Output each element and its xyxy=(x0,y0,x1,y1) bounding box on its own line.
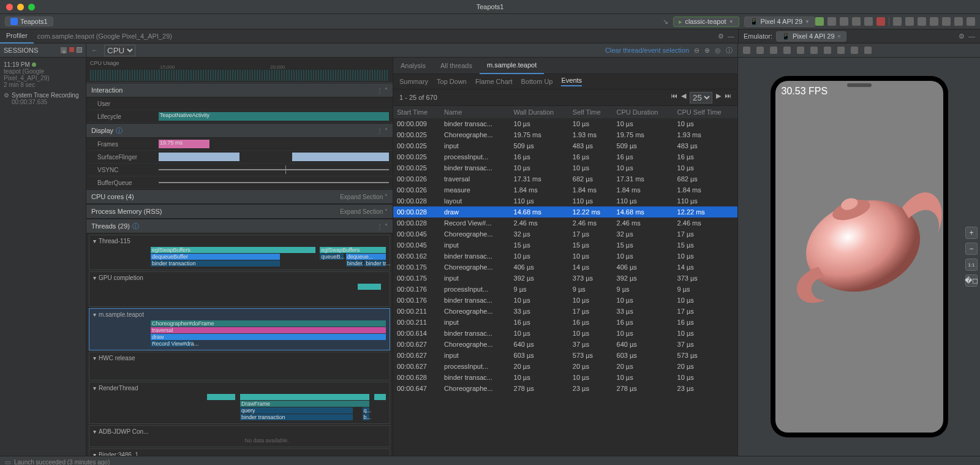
event-row[interactable]: 00:00.628binder transac...10 µs10 µs10 µ… xyxy=(393,372,737,383)
zoom-icon[interactable] xyxy=(28,4,35,10)
chevron-down-icon[interactable]: ▾ xyxy=(93,311,96,318)
lane-vsync[interactable]: VSYNC xyxy=(86,164,393,176)
thread-block[interactable]: ▾HWC release xyxy=(89,352,390,380)
cpu-usage-lane[interactable]: CPU Usage 15,000 20,000 xyxy=(86,58,393,83)
subtab-summary[interactable]: Summary xyxy=(399,78,428,85)
add-session-icon[interactable]: ＋ xyxy=(61,47,67,53)
thread-block[interactable]: ▾ADB-JDWP Con... No data available. xyxy=(89,425,390,447)
subtab-flame[interactable]: Flame Chart xyxy=(475,78,513,85)
close-icon[interactable] xyxy=(6,4,13,10)
interaction-header[interactable]: Interaction ⋮ ˄ xyxy=(86,83,393,97)
run-config-selector[interactable]: ▸ classic-teapot ▼ xyxy=(673,17,739,27)
chevron-down-icon[interactable]: ▾ xyxy=(93,428,96,435)
run-status-icon[interactable]: ▭ xyxy=(5,459,10,466)
thread-block[interactable]: ▾Binder:3486_1 No data available. xyxy=(89,448,390,456)
info-icon[interactable]: ⓘ xyxy=(132,222,139,231)
sync-icon[interactable]: ↘ xyxy=(663,18,668,26)
resource-icon[interactable] xyxy=(930,17,938,26)
run-icon[interactable] xyxy=(815,17,824,26)
screenshot-icon[interactable] xyxy=(851,47,858,54)
coverage-icon[interactable] xyxy=(852,17,861,26)
col-header[interactable]: Name xyxy=(440,106,510,118)
proc-mem-header[interactable]: Process Memory (RSS)Expand Section ˅ xyxy=(86,204,393,219)
threads-header[interactable]: Threads (29)ⓘ⋮ ˄ xyxy=(86,219,393,233)
collapse-icon[interactable]: ⋮ ˄ xyxy=(377,127,388,134)
window-controls[interactable] xyxy=(6,4,35,10)
chevron-down-icon[interactable]: ▾ xyxy=(93,452,96,456)
volume-down-icon[interactable] xyxy=(770,47,777,54)
col-header[interactable]: Wall Duration xyxy=(510,106,569,118)
rotate-left-icon[interactable] xyxy=(783,47,791,54)
back-icon[interactable]: ← xyxy=(91,47,98,54)
overview-nav-icon[interactable] xyxy=(837,47,845,54)
info-icon[interactable]: ⓘ xyxy=(116,126,123,135)
event-row[interactable]: 00:00.045Choreographe...32 µs17 µs32 µs1… xyxy=(393,229,737,240)
gear-icon[interactable]: ⚙ xyxy=(718,32,724,40)
event-row[interactable]: 00:00.627input603 µs573 µs603 µs573 µs xyxy=(393,350,737,361)
thread-block-selected[interactable]: ▾m.sample.teapot Choreographer#doFrame t… xyxy=(89,308,390,350)
subtab-bottomup[interactable]: Bottom Up xyxy=(521,78,553,85)
page-size-select[interactable]: 25 xyxy=(690,92,712,104)
profiler-tab[interactable]: Profiler xyxy=(0,29,34,43)
event-row[interactable]: 00:00.627Choreographe...640 µs37 µs640 µ… xyxy=(393,339,737,350)
minimize-icon[interactable] xyxy=(17,4,24,10)
event-row[interactable]: 00:00.647Choreographe...278 µs23 µs278 µ… xyxy=(393,383,737,394)
device-selector[interactable]: 📱 Pixel 4 API 29 ▼ xyxy=(744,17,815,27)
thread-block[interactable]: ▾GPU completion xyxy=(89,271,390,307)
minimize-panel-icon[interactable]: — xyxy=(728,32,734,40)
expand-link[interactable]: Expand Section xyxy=(340,194,383,200)
profiler-type-dropdown[interactable]: CPU xyxy=(104,45,135,56)
event-row[interactable]: 00:00.028draw14.68 ms12.22 ms14.68 ms12.… xyxy=(393,206,737,217)
page-next-icon[interactable]: ▶ xyxy=(716,92,721,104)
event-row[interactable]: 00:00.627processInput...20 µs20 µs20 µs2… xyxy=(393,361,737,372)
more-icon[interactable] xyxy=(864,47,872,54)
tab-thread[interactable]: m.sample.teapot xyxy=(480,57,544,74)
chevron-down-icon[interactable]: ▾ xyxy=(93,385,96,391)
event-row[interactable]: 00:00.026measure1.84 ms1.84 ms1.84 ms1.8… xyxy=(393,184,737,195)
event-row[interactable]: 00:00.025Choreographe...19.75 ms1.93 ms1… xyxy=(393,129,737,140)
zoom-fit-icon[interactable]: ◎ xyxy=(715,47,721,55)
chevron-down-icon[interactable]: ▾ xyxy=(93,238,96,244)
minimize-panel-icon[interactable]: — xyxy=(968,32,975,40)
gear-icon[interactable]: ⚙ xyxy=(4,92,9,105)
close-tab-icon[interactable]: × xyxy=(837,32,841,40)
event-row[interactable]: 00:00.175Choreographe...406 µs14 µs406 µ… xyxy=(393,262,737,273)
thread-block[interactable]: ▾RenderThread DrawFrame queryq... binder… xyxy=(89,382,390,424)
device-screen[interactable]: 30.53 FPS xyxy=(775,81,943,433)
subtab-topdown[interactable]: Top Down xyxy=(437,78,467,85)
debug-icon[interactable] xyxy=(827,17,836,26)
zoom-1-1-button[interactable]: 1:1 xyxy=(965,259,978,271)
page-prev-icon[interactable]: ◀ xyxy=(681,92,686,104)
tab-analysis[interactable]: Analysis xyxy=(393,58,433,74)
events-table[interactable]: Start TimeNameWall DurationSelf TimeCPU … xyxy=(393,106,737,456)
col-header[interactable]: CPU Self Time xyxy=(674,106,737,118)
collapse-icon[interactable]: ⋮ ˄ xyxy=(377,87,388,94)
event-row[interactable]: 00:00.009binder transac...10 µs10 µs10 µ… xyxy=(393,118,737,129)
event-row[interactable]: 00:00.028Record View#...2.46 ms2.46 ms2.… xyxy=(393,217,737,229)
page-last-icon[interactable]: ⏭ xyxy=(725,92,731,104)
event-row[interactable]: 00:00.045input15 µs15 µs15 µs15 µs xyxy=(393,240,737,251)
event-row[interactable]: 00:00.211Choreographe...33 µs17 µs33 µs1… xyxy=(393,306,737,317)
lane-surfaceflinger[interactable]: SurfaceFlinger xyxy=(86,151,393,164)
help-icon[interactable]: ⓘ xyxy=(726,46,733,55)
col-header[interactable]: Start Time xyxy=(393,106,440,118)
tab-all-threads[interactable]: All threads xyxy=(433,58,480,74)
avd-icon[interactable] xyxy=(893,17,902,26)
home-nav-icon[interactable] xyxy=(824,47,831,54)
chevron-down-icon[interactable]: ▾ xyxy=(93,274,96,281)
clear-selection-link[interactable]: Clear thread/event selection xyxy=(605,47,689,54)
record-icon[interactable] xyxy=(77,47,82,53)
zoom-in-icon[interactable]: ⊕ xyxy=(704,47,710,55)
event-row[interactable]: 00:00.175input392 µs373 µs392 µs373 µs xyxy=(393,273,737,284)
event-row[interactable]: 00:00.211input16 µs16 µs16 µs16 µs xyxy=(393,317,737,328)
settings-icon[interactable] xyxy=(967,17,975,26)
gear-icon[interactable]: ⚙ xyxy=(959,32,965,40)
sdk-icon[interactable] xyxy=(905,17,914,26)
project-tab[interactable]: Teapots1 xyxy=(5,17,53,26)
event-row[interactable]: 00:00.026traversal17.31 ms682 µs17.31 ms… xyxy=(393,173,737,184)
event-row[interactable]: 00:00.025processInput...16 µs16 µs16 µs1… xyxy=(393,151,737,162)
stop-icon[interactable] xyxy=(876,17,885,26)
col-header[interactable]: Self Time xyxy=(569,106,613,118)
col-header[interactable]: CPU Duration xyxy=(613,106,674,118)
zoom-in-button[interactable]: + xyxy=(965,227,978,239)
